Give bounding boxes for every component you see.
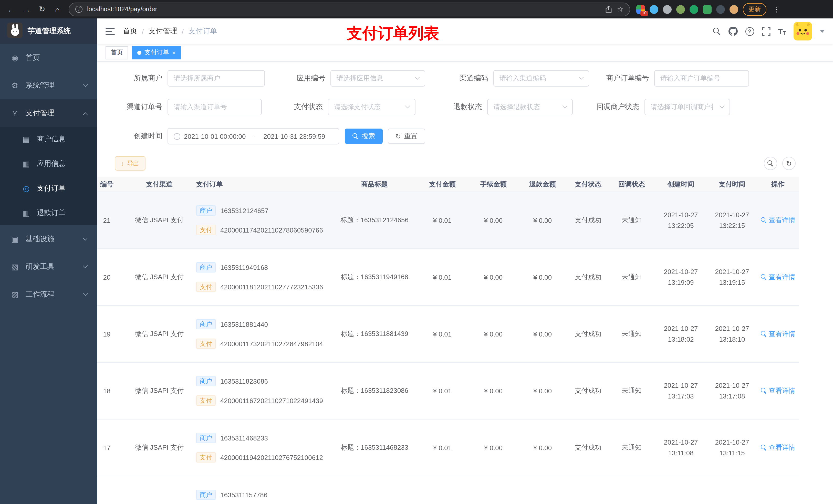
breadcrumb-pay-management[interactable]: 支付管理	[148, 27, 177, 36]
sidebar-item-payment[interactable]: ¥ 支付管理	[0, 99, 97, 127]
merchant-tag: 商户	[196, 206, 216, 216]
font-size-icon[interactable]: TT	[778, 27, 786, 35]
extension-icon[interactable]	[676, 5, 685, 14]
browser-extensions: 10 更新 ⋮	[636, 3, 782, 16]
channel-code-select[interactable]: 请输入渠道编码	[493, 70, 589, 87]
magnifier-icon	[761, 388, 767, 394]
sidebar-item-dev-tools[interactable]: ▧ 研发工具	[0, 253, 97, 281]
notify-status-select[interactable]: 请选择订单回调商户状态	[644, 99, 730, 115]
table-row[interactable]: 18 微信 JSAPI 支付 商户 1635311823086 支付	[97, 363, 799, 419]
table-header: 编号 支付渠道 支付订单 商品标题 支付金额 手续金额 退款金额 支付状态 回调…	[97, 177, 799, 192]
browser-chrome: ← → ↻ ⌂ i localhost:1024/pay/order ☆ 10 …	[0, 0, 833, 19]
merchant-order-no-input[interactable]: 请输入商户订单编号	[654, 70, 749, 87]
extension-icon[interactable]	[649, 5, 658, 14]
tab-pay-order[interactable]: 支付订单 ×	[132, 46, 181, 59]
browser-home-icon[interactable]: ⌂	[50, 2, 65, 16]
extension-badge: 10	[640, 10, 648, 16]
chevron-down-icon	[719, 103, 724, 108]
extension-icon[interactable]: 10	[636, 5, 645, 14]
view-detail-link[interactable]: 查看详情	[761, 386, 795, 395]
share-icon[interactable]	[605, 6, 613, 13]
user-avatar[interactable]	[793, 22, 812, 41]
pay-status-select[interactable]: 请选择支付状态	[328, 99, 415, 115]
pay-tag: 支付	[196, 339, 216, 349]
extension-icon[interactable]	[716, 5, 725, 14]
refund-status-select[interactable]: 请选择退款状态	[487, 99, 573, 115]
refresh-icon: ↻	[396, 133, 401, 140]
breadcrumb-home[interactable]: 首页	[123, 27, 137, 36]
chevron-down-icon	[83, 290, 88, 295]
url-bar[interactable]: i localhost:1024/pay/order ☆	[69, 2, 630, 16]
tab-home[interactable]: 首页	[105, 46, 128, 59]
fullscreen-icon[interactable]	[762, 27, 770, 35]
export-button[interactable]: ↓ 导出	[115, 156, 145, 171]
page-content: 所属商户 请选择所属商户 应用编号 请选择应用信息 渠道编码	[97, 62, 833, 504]
merchant-tag: 商户	[196, 490, 216, 500]
github-icon[interactable]	[728, 27, 737, 36]
extension-icon[interactable]	[663, 5, 672, 14]
merchant-tag: 商户	[196, 376, 216, 386]
table-row[interactable]: 20 微信 JSAPI 支付 商户 1635311949168 支付	[97, 249, 799, 306]
browser-forward-icon[interactable]: →	[20, 2, 34, 16]
pay-tag: 支付	[196, 282, 216, 292]
browser-reload-icon[interactable]: ↻	[35, 2, 49, 16]
magnifier-icon	[761, 217, 767, 223]
toggle-search-button[interactable]	[764, 157, 777, 170]
chevron-down-icon	[405, 103, 410, 108]
sidebar-item-merchant-info[interactable]: ▤ 商户信息	[0, 127, 97, 152]
sidebar-item-refund-order[interactable]: ▥ 退款订单	[0, 201, 97, 225]
browser-menu-icon[interactable]: ⋮	[771, 5, 782, 13]
browser-profile-avatar[interactable]	[730, 5, 738, 14]
table-row[interactable]: 17 微信 JSAPI 支付 商户 1635311468233 支付	[97, 419, 799, 476]
search-icon	[353, 133, 359, 139]
sidebar: 芋道管理系统 ◉ 首页 ⚙ 系统管理 ¥ 支付管理	[0, 19, 97, 504]
briefcase-icon: ▨	[10, 290, 20, 299]
extension-icon[interactable]	[690, 5, 698, 14]
document-icon: ▥	[22, 209, 31, 218]
site-info-icon[interactable]: i	[75, 6, 82, 13]
help-icon[interactable]: ?	[745, 27, 754, 35]
breadcrumb: 首页 / 支付管理 / 支付订单	[123, 27, 217, 36]
logo-image	[7, 23, 23, 40]
sidebar-item-home[interactable]: ◉ 首页	[0, 44, 97, 72]
app-title: 芋道管理系统	[28, 27, 71, 36]
table-row[interactable]: 商户 1635311157786 支付	[97, 476, 799, 504]
sidebar-item-system[interactable]: ⚙ 系统管理	[0, 72, 97, 99]
refresh-table-button[interactable]: ↻	[782, 157, 795, 170]
search-button[interactable]: 搜索	[345, 128, 383, 144]
magnifier-icon	[761, 274, 767, 280]
active-dot	[137, 50, 141, 54]
sidebar-item-pay-order[interactable]: ◎ 支付订单	[0, 176, 97, 201]
chevron-down-icon	[83, 81, 88, 87]
view-detail-link[interactable]: 查看详情	[761, 216, 795, 225]
view-detail-link[interactable]: 查看详情	[761, 329, 795, 339]
breadcrumb-pay-order: 支付订单	[189, 27, 217, 36]
pay-tag: 支付	[196, 452, 216, 462]
grid-icon: ▦	[22, 159, 31, 169]
search-icon[interactable]	[713, 27, 720, 35]
create-time-range-picker[interactable]: 2021-10-01 00:00:00 - 2021-10-31 23:59:5…	[168, 128, 339, 144]
download-icon: ↓	[121, 160, 124, 167]
table-row[interactable]: 21 微信 JSAPI 支付 商户 1635312124657 支付	[97, 192, 799, 249]
merchant-select[interactable]: 请选择所属商户	[168, 70, 265, 87]
view-detail-link[interactable]: 查看详情	[761, 272, 795, 282]
sidebar-item-app-info[interactable]: ▦ 应用信息	[0, 152, 97, 176]
extension-icon[interactable]	[703, 5, 712, 14]
view-detail-link[interactable]: 查看详情	[761, 443, 795, 452]
reset-button[interactable]: ↻ 重置	[388, 128, 425, 144]
caret-down-icon[interactable]	[820, 30, 825, 33]
top-navbar: 首页 / 支付管理 / 支付订单 支付订单列表 ? TT	[97, 19, 833, 44]
sidebar-item-workflow[interactable]: ▨ 工作流程	[0, 281, 97, 308]
app-logo[interactable]: 芋道管理系统	[0, 19, 97, 44]
browser-update-button[interactable]: 更新	[743, 3, 766, 16]
browser-back-icon[interactable]: ←	[4, 2, 19, 16]
bookmark-star-icon[interactable]: ☆	[617, 5, 623, 13]
sidebar-item-infrastructure[interactable]: ▣ 基础设施	[0, 225, 97, 253]
annotation-title: 支付订单列表	[347, 23, 439, 44]
table-row[interactable]: 19 微信 JSAPI 支付 商户 1635311881440 支付	[97, 306, 799, 363]
channel-order-no-input[interactable]: 请输入渠道订单号	[168, 99, 262, 115]
app-id-select[interactable]: 请选择应用信息	[330, 70, 425, 87]
chevron-down-icon	[562, 103, 567, 108]
hamburger-icon[interactable]	[105, 28, 115, 35]
close-icon[interactable]: ×	[172, 49, 176, 55]
